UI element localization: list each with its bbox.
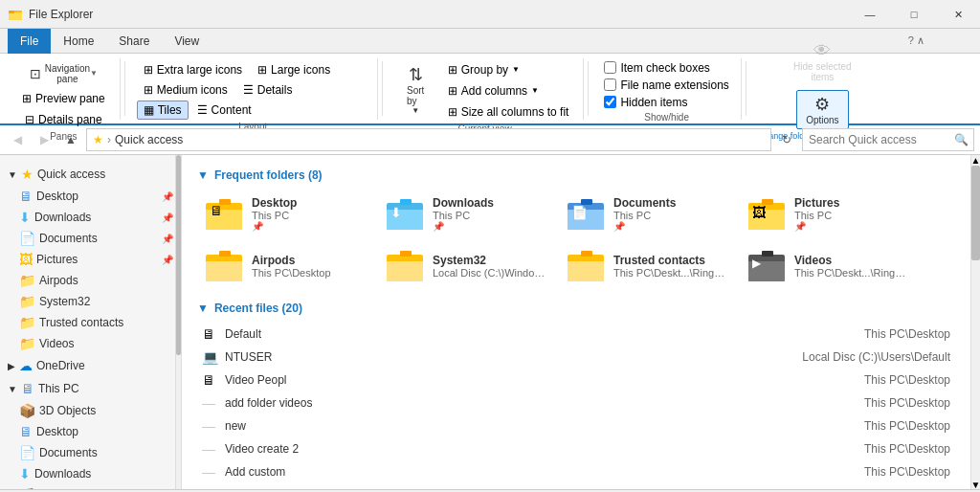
- sidebar-item-airpods[interactable]: 📁 Airpods: [0, 270, 181, 291]
- svg-rect-22: [206, 257, 242, 261]
- sidebar-item-downloads-pc[interactable]: ⬇ Downloads: [0, 463, 181, 484]
- scrollbar-thumb[interactable]: [971, 166, 980, 260]
- up-button[interactable]: ▲: [59, 129, 82, 150]
- svg-rect-28: [568, 258, 604, 281]
- add-columns-button[interactable]: ⊞ Add columns ▼: [441, 81, 576, 101]
- hidden-items-toggle[interactable]: Hidden items: [600, 95, 732, 110]
- downloads-icon: ⬇: [19, 210, 31, 225]
- frequent-folders-header[interactable]: ▼ Frequent folders (8): [197, 168, 955, 182]
- sidebar-scrollbar-thumb[interactable]: [176, 155, 181, 355]
- tiles-icon: ▦: [144, 103, 154, 117]
- scroll-up-button[interactable]: ▲: [971, 155, 980, 165]
- sidebar-item-downloads[interactable]: ⬇ Downloads 📌: [0, 207, 181, 228]
- sidebar-item-desktop-pc[interactable]: 🖥 Desktop: [0, 421, 181, 442]
- hidden-items-check[interactable]: [604, 96, 616, 108]
- folder-trusted-name: Trusted contacts: [613, 254, 727, 267]
- large-icons-button[interactable]: ⊞ Large icons: [251, 60, 337, 79]
- content-button[interactable]: ☰ Content: [190, 101, 258, 120]
- file-row-ntuser[interactable]: 💻 NTUSER Local Disc (C:)\Users\Default: [197, 346, 955, 369]
- folder-airpods[interactable]: Airpods This PC\Desktop: [197, 242, 374, 290]
- details-button[interactable]: ☰ Details: [236, 80, 300, 100]
- file-row-video-create-2[interactable]: — Video create 2 This PC\Desktop: [197, 437, 955, 460]
- folder-trusted-contacts[interactable]: Trusted contacts This PC\Deskt...\Ringto…: [559, 242, 736, 290]
- maximize-button[interactable]: □: [892, 0, 936, 29]
- scrollbar-track: [971, 165, 980, 480]
- recent-label: Recent files (20): [214, 302, 302, 315]
- tiles-button[interactable]: ▦ Tiles: [137, 101, 189, 120]
- options-button[interactable]: ⚙ Options: [796, 90, 849, 129]
- file-add-folder-icon: —: [202, 395, 225, 411]
- folder-documents-name: Documents: [613, 196, 676, 210]
- folder-system32[interactable]: System32 Local Disc (C:\)Windows: [378, 242, 555, 290]
- file-row-video-peopl[interactable]: 🖥 Video Peopl This PC\Desktop: [197, 369, 955, 391]
- file-add-location: This PC\Desktop: [759, 488, 950, 489]
- file-row-new[interactable]: — new This PC\Desktop: [197, 414, 955, 437]
- sidebar-item-system32[interactable]: 📁 System32: [0, 291, 181, 312]
- trusted-contacts-icon: 📁: [19, 315, 35, 330]
- hide-selected-button[interactable]: 👁 Hide selected items: [787, 37, 858, 86]
- group-by-button[interactable]: ⊞ Group by ▼: [441, 60, 576, 79]
- navigation-pane-button[interactable]: ⊡ Navigation pane ▼: [25, 60, 102, 87]
- ribbon-panes-group: ⊡ Navigation pane ▼ ⊞ Preview pane ⊟ Det…: [8, 58, 121, 120]
- address-path[interactable]: ★ › Quick access: [86, 128, 771, 151]
- options-icon: ⚙: [814, 94, 830, 115]
- close-button[interactable]: ✕: [936, 0, 980, 29]
- scroll-down-button[interactable]: ▼: [971, 480, 980, 489]
- sep4: [746, 61, 746, 116]
- layout-options: ⊞ Extra large icons ⊞ Large icons ⊞ Medi…: [137, 60, 337, 120]
- sidebar-item-trusted-contacts[interactable]: 📁 Trusted contacts: [0, 312, 181, 333]
- recent-files-header[interactable]: ▼ Recent files (20): [197, 302, 955, 315]
- preview-pane-button[interactable]: ⊞ Preview pane: [15, 89, 112, 108]
- file-row-add-folder[interactable]: — add folder videos This PC\Desktop: [197, 391, 955, 414]
- item-checkboxes-check[interactable]: [604, 61, 616, 74]
- file-ext-toggle[interactable]: File name extensions: [600, 78, 732, 93]
- file-row-default[interactable]: 🖥 Default This PC\Desktop: [197, 323, 955, 346]
- sidebar-item-pictures[interactable]: 🖼 Pictures 📌: [0, 249, 181, 270]
- cols-icon: ⊞: [448, 84, 457, 98]
- folder-documents[interactable]: 📄 Documents This PC 📌: [559, 190, 736, 238]
- sidebar-item-3d-objects[interactable]: 📦 3D Objects: [0, 400, 181, 421]
- sort-by-button[interactable]: ⇅ Sort by ▼: [394, 60, 437, 119]
- folder-pictures[interactable]: 🖼 Pictures This PC 📌: [740, 190, 917, 238]
- medium-icons-button[interactable]: ⊞ Medium icons: [137, 80, 234, 100]
- forward-button[interactable]: ▶: [33, 129, 56, 150]
- tab-file[interactable]: File: [8, 29, 51, 54]
- file-default-location: This PC\Desktop: [759, 327, 950, 341]
- view-items: ⊞ Group by ▼ ⊞ Add columns ▼ ⊞ Size all …: [441, 60, 576, 122]
- pictures-folder-inner: 🖼: [752, 205, 766, 220]
- minimize-button[interactable]: —: [848, 0, 892, 29]
- nav-pane-icon: ⊡: [30, 66, 41, 81]
- help-button[interactable]: ? ∧: [908, 34, 924, 47]
- size-columns-button[interactable]: ⊞ Size all columns to fit: [441, 102, 576, 122]
- system32-label: System32: [39, 295, 173, 308]
- quick-access-header[interactable]: ▼ ★ Quick access: [0, 163, 181, 186]
- tab-home[interactable]: Home: [51, 29, 106, 54]
- details-pane-button[interactable]: ⊟ Details pane: [18, 110, 109, 129]
- file-row-add-custom[interactable]: — Add custom This PC\Desktop: [197, 460, 955, 483]
- folder-desktop[interactable]: 🖥 Desktop This PC 📌: [197, 190, 374, 238]
- extra-large-icons-button[interactable]: ⊞ Extra large icons: [137, 60, 249, 79]
- back-button[interactable]: ◀: [6, 129, 29, 150]
- svg-rect-25: [400, 251, 412, 257]
- onedrive-header[interactable]: ▶ ☁ OneDrive: [0, 354, 181, 377]
- videos-folder-inner: ▶: [752, 257, 761, 270]
- pictures-pin: 📌: [162, 255, 173, 265]
- sidebar-item-documents[interactable]: 📄 Documents 📌: [0, 228, 181, 249]
- folder-pictures-path: This PC: [794, 210, 839, 221]
- tab-view[interactable]: View: [162, 29, 212, 54]
- search-input[interactable]: [802, 128, 974, 151]
- this-pc-header[interactable]: ▼ 🖥 This PC: [0, 377, 181, 400]
- file-row-add[interactable]: — Add This PC\Desktop: [197, 483, 955, 489]
- cols-dropdown: ▼: [531, 86, 539, 95]
- sidebar-item-videos[interactable]: 📁 Videos: [0, 333, 181, 354]
- file-ext-check[interactable]: [604, 78, 616, 91]
- tab-share[interactable]: Share: [106, 29, 162, 54]
- item-checkboxes-toggle[interactable]: Item check boxes: [600, 60, 732, 76]
- folder-videos[interactable]: ▶ Videos This PC\Deskt...\Ringtones: [740, 242, 917, 290]
- sidebar-item-documents-pc[interactable]: 📄 Documents: [0, 442, 181, 463]
- file-default-name: Default: [225, 327, 759, 341]
- folder-downloads[interactable]: ⬇ Downloads This PC 📌: [378, 190, 555, 238]
- sidebar-item-music[interactable]: 🎵 Music: [0, 484, 181, 489]
- refresh-button[interactable]: ↻: [775, 129, 798, 150]
- sidebar-item-desktop[interactable]: 🖥 Desktop 📌: [0, 186, 181, 207]
